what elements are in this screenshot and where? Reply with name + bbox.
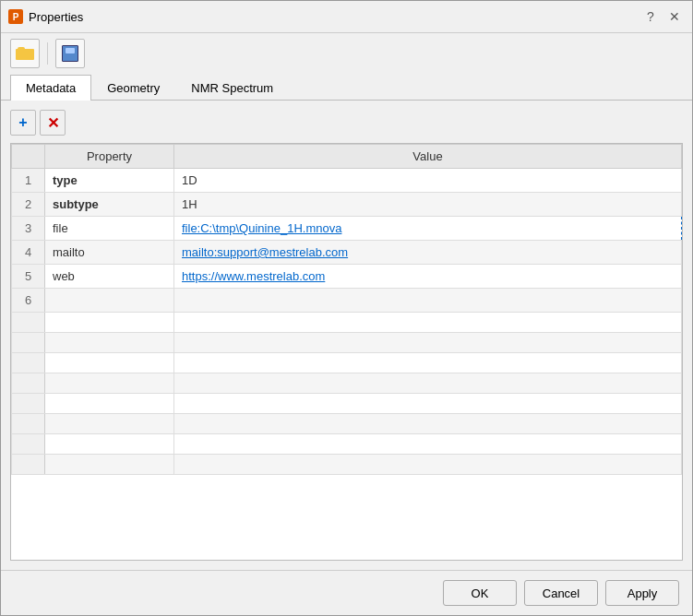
content-area: + ✕ Property Value 1type1D2subtype1H3fil… bbox=[1, 101, 692, 570]
table-toolbar: + ✕ bbox=[10, 110, 683, 136]
property-cell[interactable]: mailto bbox=[45, 241, 174, 265]
table-header-row: Property Value bbox=[12, 145, 682, 169]
table-row[interactable]: 5webhttps://www.mestrelab.com bbox=[12, 265, 682, 289]
add-row-button[interactable]: + bbox=[10, 110, 36, 136]
table-row[interactable]: 6 bbox=[12, 289, 682, 313]
property-cell[interactable]: file bbox=[45, 217, 174, 241]
value-cell[interactable]: mailto:support@mestrelab.com bbox=[174, 241, 682, 265]
tab-nmr-spectrum[interactable]: NMR Spectrum bbox=[175, 75, 289, 101]
title-bar-controls: ? ✕ bbox=[640, 6, 685, 27]
ok-button[interactable]: OK bbox=[443, 580, 517, 606]
properties-dialog: P Properties ? ✕ Metadata Geometry NMR S… bbox=[0, 0, 693, 616]
save-icon bbox=[62, 45, 78, 62]
open-button[interactable] bbox=[10, 39, 40, 68]
tab-geometry[interactable]: Geometry bbox=[91, 75, 175, 101]
property-cell[interactable] bbox=[45, 289, 174, 313]
app-icon: P bbox=[8, 9, 23, 24]
empty-table-row bbox=[12, 414, 682, 434]
property-cell[interactable]: web bbox=[45, 265, 174, 289]
save-button[interactable] bbox=[55, 39, 85, 68]
value-cell[interactable]: 1D bbox=[174, 169, 682, 193]
col-header-row-num bbox=[12, 145, 45, 169]
empty-table-row bbox=[12, 353, 682, 373]
main-toolbar bbox=[1, 33, 692, 74]
close-button[interactable]: ✕ bbox=[664, 6, 685, 27]
apply-button[interactable]: Apply bbox=[605, 580, 679, 606]
row-number: 6 bbox=[12, 289, 45, 313]
empty-table-row bbox=[12, 394, 682, 414]
dialog-title: Properties bbox=[29, 10, 640, 24]
properties-table: Property Value 1type1D2subtype1H3filefil… bbox=[11, 144, 682, 475]
empty-table-row bbox=[12, 373, 682, 394]
table-row[interactable]: 2subtype1H bbox=[12, 193, 682, 217]
table-row[interactable]: 3filefile:C:\tmp\Quinine_1H.mnova bbox=[12, 217, 682, 241]
tab-bar: Metadata Geometry NMR Spectrum bbox=[1, 74, 692, 101]
empty-table-row bbox=[12, 455, 682, 475]
dialog-footer: OK Cancel Apply bbox=[1, 570, 692, 615]
property-cell[interactable]: subtype bbox=[45, 193, 174, 217]
row-number: 3 bbox=[12, 217, 45, 241]
remove-row-button[interactable]: ✕ bbox=[40, 110, 66, 136]
properties-table-container: Property Value 1type1D2subtype1H3filefil… bbox=[10, 143, 683, 561]
help-button[interactable]: ? bbox=[640, 6, 661, 27]
row-number: 4 bbox=[12, 241, 45, 265]
property-cell[interactable]: type bbox=[45, 169, 174, 193]
cancel-button[interactable]: Cancel bbox=[524, 580, 598, 606]
table-row[interactable]: 4mailtomailto:support@mestrelab.com bbox=[12, 241, 682, 265]
row-number: 1 bbox=[12, 169, 45, 193]
col-header-value: Value bbox=[174, 145, 682, 169]
row-number: 5 bbox=[12, 265, 45, 289]
value-cell[interactable]: https://www.mestrelab.com bbox=[174, 265, 682, 289]
link-value[interactable]: https://www.mestrelab.com bbox=[182, 269, 325, 283]
table-row[interactable]: 1type1D bbox=[12, 169, 682, 193]
empty-table-row bbox=[12, 313, 682, 333]
col-header-property: Property bbox=[45, 145, 174, 169]
link-value[interactable]: mailto:support@mestrelab.com bbox=[182, 245, 348, 259]
toolbar-separator bbox=[47, 42, 48, 65]
value-cell[interactable]: file:C:\tmp\Quinine_1H.mnova bbox=[174, 217, 682, 241]
value-cell[interactable]: 1H bbox=[174, 193, 682, 217]
empty-table-row bbox=[12, 333, 682, 353]
value-cell[interactable] bbox=[174, 289, 682, 313]
link-value[interactable]: file:C:\tmp\Quinine_1H.mnova bbox=[182, 221, 341, 235]
folder-icon bbox=[16, 47, 34, 60]
title-bar: P Properties ? ✕ bbox=[1, 1, 692, 33]
row-number: 2 bbox=[12, 193, 45, 217]
empty-table-row bbox=[12, 434, 682, 455]
tab-metadata[interactable]: Metadata bbox=[10, 75, 91, 101]
